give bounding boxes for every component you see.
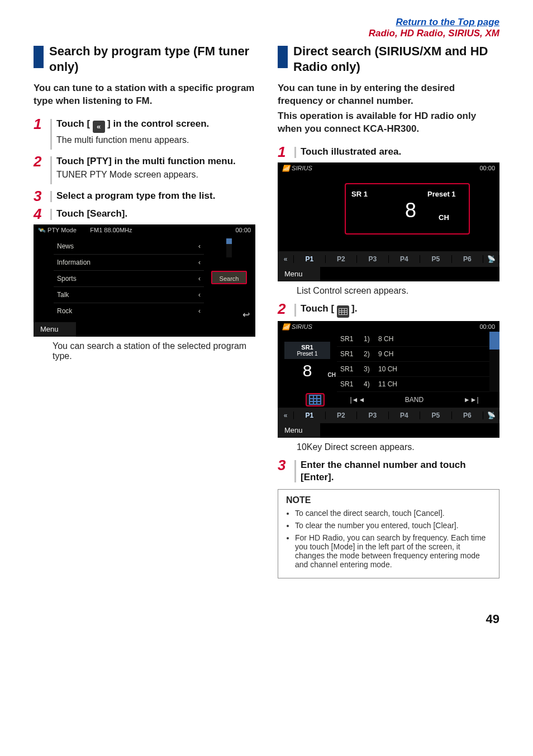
heading-marker <box>278 46 288 68</box>
list-item[interactable]: News‹ <box>54 238 204 254</box>
ch-label: CH <box>328 372 336 378</box>
next-track-button[interactable]: ►►| <box>442 392 499 408</box>
chevron-left-icon[interactable]: « <box>278 255 294 263</box>
menu-button[interactable]: Menu <box>278 423 320 438</box>
list-item[interactable]: Information‹ <box>54 254 204 270</box>
step-number: 3 <box>34 189 46 203</box>
step-divider <box>50 191 52 202</box>
shot-time: 00:00 <box>235 227 251 233</box>
shot-time: 00:00 <box>479 323 495 330</box>
step-number: 4 <box>34 207 46 221</box>
right-heading: Direct search (SIRIUS/XM and HD Radio on… <box>293 44 499 74</box>
step-number: 1 <box>34 117 46 131</box>
left-heading: Search by program type (FM tuner only) <box>49 44 255 74</box>
note-box: NOTE To cancel the direct search, touch … <box>278 489 499 578</box>
step-divider <box>50 119 52 150</box>
preset-button[interactable]: P3 <box>357 412 389 419</box>
note-item: To clear the number you entered, touch [… <box>295 521 491 530</box>
sr-label: SR 1 <box>351 190 368 198</box>
pty-mode-screenshot: 🛰️ PTY Mode FM1 88.00MHz 00:00 News‹ Inf… <box>34 224 255 337</box>
antenna-icon[interactable]: 📡 <box>483 412 499 419</box>
list-item[interactable]: Rock‹ <box>54 303 204 319</box>
menu-button[interactable]: Menu <box>278 267 320 281</box>
step-title: Touch illustrated area. <box>301 146 499 158</box>
right-intro-2: This operation is available for HD radio… <box>278 110 499 136</box>
preset-button[interactable]: P1 <box>294 412 326 419</box>
shot-title: SIRIUS <box>292 165 312 171</box>
list-item[interactable]: SR11)8 CH <box>337 332 489 347</box>
right-intro-1: You can tune in by entering the desired … <box>278 82 499 108</box>
prev-track-button[interactable]: |◄◄ <box>329 392 386 408</box>
after-screenshot-text: You can search a station of the selected… <box>53 341 255 361</box>
note-heading: NOTE <box>286 495 491 505</box>
chevron-left-double-icon: « <box>93 121 105 133</box>
step-title-part: Touch [ <box>56 118 90 129</box>
note-item: To cancel the direct search, touch [Canc… <box>295 509 491 518</box>
scroll-indicator[interactable] <box>226 238 232 257</box>
step-divider <box>294 304 296 317</box>
preset-label: Preset 1 <box>427 190 456 198</box>
preset-button[interactable]: P4 <box>389 412 421 419</box>
preset-button[interactable]: P1 <box>294 255 326 263</box>
menu-button[interactable]: Menu <box>34 322 76 337</box>
list-item[interactable]: Sports‹ <box>54 270 204 286</box>
sirius-list-screenshot: 📶 SIRIUS 00:00 SR1 Preset 1 8 CH <box>278 321 499 438</box>
step-title: Touch [PTY] in the multi function menu. <box>56 155 255 168</box>
shot-title: PTY Mode <box>47 227 77 233</box>
step-number: 1 <box>278 145 290 159</box>
step-title-part: ] in the control screen. <box>107 118 209 129</box>
left-intro: You can tune to a station with a specifi… <box>34 82 255 108</box>
step-description: TUNER PTY Mode screen appears. <box>56 170 255 180</box>
step-number: 2 <box>34 154 46 169</box>
shot-title: SIRIUS <box>292 323 312 330</box>
step-title: Enter the channel number and touch [Ente… <box>301 459 499 484</box>
shot-frequency: FM1 88.00MHz <box>90 227 132 233</box>
step-description: The multi function menu appears. <box>56 135 255 145</box>
ch-label: CH <box>439 213 449 222</box>
preset-button[interactable]: P2 <box>326 255 358 263</box>
step-divider <box>294 147 296 158</box>
step-title-part: Touch [ <box>301 303 334 314</box>
preset-button[interactable]: P6 <box>452 412 484 419</box>
return-top-link[interactable]: Return to the Top page <box>396 17 499 27</box>
preset-button[interactable]: P6 <box>452 255 484 263</box>
scroll-indicator[interactable] <box>489 332 499 392</box>
grid-icon <box>337 305 349 318</box>
step-divider <box>294 460 296 482</box>
note-item: For HD Radio, you can search by frequenc… <box>295 533 491 569</box>
preset-button[interactable]: P4 <box>389 255 421 263</box>
channel-number: 8 <box>303 362 312 379</box>
sr-label: SR1 <box>284 344 330 351</box>
step-title-part: ]. <box>351 303 357 314</box>
preset-label: Preset 1 <box>284 351 330 357</box>
back-icon[interactable]: ↩ <box>242 309 250 320</box>
sirius-main-screenshot: 📶 SIRIUS 00:00 SR 1 Preset 1 8 CH « P1 P… <box>278 162 499 281</box>
step-number: 2 <box>278 302 290 316</box>
step-divider <box>50 156 52 184</box>
preset-button[interactable]: P3 <box>357 255 389 263</box>
antenna-icon[interactable]: 📡 <box>483 255 499 263</box>
shot-time: 00:00 <box>479 165 495 171</box>
chevron-left-icon[interactable]: « <box>278 412 294 419</box>
list-item[interactable]: SR12)9 CH <box>337 347 489 362</box>
list-item[interactable]: Talk‹ <box>54 286 204 303</box>
section-name: Radio, HD Radio, SIRIUS, XM <box>369 28 499 39</box>
search-button[interactable]: Search <box>211 271 247 284</box>
after-screenshot-text: 10Key Direct screen appears. <box>297 442 499 452</box>
list-item[interactable]: SR14)11 CH <box>337 377 489 392</box>
step-title: Touch [Search]. <box>56 208 255 220</box>
grid-icon <box>309 395 321 405</box>
page-number: 49 <box>34 612 499 626</box>
grid-button[interactable] <box>306 393 325 406</box>
preset-button[interactable]: P2 <box>326 412 358 419</box>
channel-number: 8 <box>402 199 420 223</box>
after-screenshot-text: List Control screen appears. <box>297 286 499 296</box>
step-divider <box>50 209 52 220</box>
list-item[interactable]: SR13)10 CH <box>337 362 489 377</box>
preset-button[interactable]: P5 <box>420 255 452 263</box>
preset-button[interactable]: P5 <box>420 412 452 419</box>
step-number: 3 <box>278 458 290 472</box>
step-title: Select a program type from the list. <box>56 190 255 202</box>
heading-marker <box>34 46 44 68</box>
band-button[interactable]: BAND <box>386 392 443 408</box>
